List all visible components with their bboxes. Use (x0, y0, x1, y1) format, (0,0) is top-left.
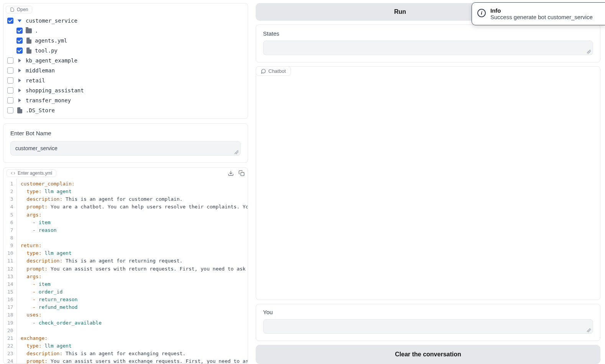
tree-checkbox[interactable] (7, 97, 13, 103)
tree-checkbox[interactable] (16, 48, 23, 54)
code-editor[interactable]: 1234567891011121314151617181920212223242… (3, 179, 248, 364)
download-icon[interactable] (228, 170, 234, 176)
tree-row[interactable]: tool.py (7, 46, 245, 56)
chevron-right-icon[interactable] (18, 98, 21, 102)
chatbot-tab-label: Chatbot (268, 68, 286, 74)
toast-message: Success generate bot customer_service (490, 14, 593, 20)
file-tree: customer_service.agents.ymltool.pykb_age… (3, 16, 248, 118)
tree-item-label: . (35, 28, 38, 34)
tree-item-label: tool.py (35, 48, 58, 54)
tree-row[interactable]: shopping_assistant (7, 85, 245, 95)
tree-icon-slot[interactable] (16, 107, 23, 113)
copy-icon[interactable] (238, 170, 245, 176)
tree-checkbox[interactable] (7, 107, 13, 113)
chatbot-panel: Chatbot (256, 66, 600, 300)
you-label: You (263, 309, 593, 315)
tree-toggle[interactable] (16, 20, 23, 22)
file-panel-tab-label: Open (17, 7, 28, 12)
tree-checkbox[interactable] (7, 77, 13, 84)
info-toast: i Info Success generate bot customer_ser… (472, 2, 605, 25)
clear-conversation-button[interactable]: Clear the conversation (256, 345, 600, 364)
bot-name-input[interactable]: customer_service (10, 141, 241, 156)
tree-checkbox[interactable] (16, 38, 23, 44)
tree-toggle[interactable] (16, 79, 23, 82)
file-panel-tab[interactable]: Open (6, 6, 32, 13)
tree-row[interactable]: customer_service (7, 16, 245, 26)
tree-item-label: middleman (26, 67, 55, 74)
tree-row[interactable]: transfer_money (7, 95, 245, 105)
tree-row[interactable]: retail (7, 75, 245, 85)
bot-name-label: Enter Bot Name (10, 130, 241, 136)
tree-checkbox[interactable] (7, 57, 13, 64)
message-input[interactable] (263, 319, 593, 334)
states-panel: States (256, 25, 600, 62)
chat-icon (261, 69, 266, 74)
folder-icon (26, 28, 32, 33)
tree-icon-slot[interactable] (26, 28, 32, 33)
chatbot-tab[interactable]: Chatbot (256, 66, 291, 76)
chevron-right-icon[interactable] (18, 59, 21, 62)
tree-checkbox[interactable] (7, 87, 13, 93)
file-icon (10, 7, 15, 12)
code-icon (11, 171, 15, 175)
bot-name-panel: Enter Bot Name customer_service (3, 123, 248, 163)
tree-item-label: customer_service (26, 18, 77, 24)
tree-item-label: shopping_assistant (26, 87, 84, 93)
file-icon (26, 48, 31, 54)
code-editor-panel: Enter agents.yml 12345678910111213141516… (3, 167, 248, 364)
chevron-right-icon[interactable] (18, 79, 21, 82)
states-label: States (263, 30, 593, 37)
file-explorer-panel: Open customer_service.agents.ymltool.pyk… (3, 3, 248, 119)
chevron-right-icon[interactable] (18, 69, 21, 72)
tree-icon-slot[interactable] (26, 38, 32, 44)
tree-checkbox[interactable] (7, 67, 13, 74)
tree-item-label: transfer_money (26, 97, 71, 103)
tree-row[interactable]: kb_agent_example (7, 56, 245, 66)
chevron-down-icon[interactable] (18, 20, 21, 22)
tree-item-label: .DS_Store (26, 107, 55, 113)
tree-toggle[interactable] (16, 69, 23, 72)
code-tab[interactable]: Enter agents.yml (7, 169, 56, 177)
tree-row[interactable]: agents.yml (7, 36, 245, 46)
tree-item-label: kb_agent_example (26, 57, 77, 64)
tree-row[interactable]: . (7, 26, 245, 36)
chevron-right-icon[interactable] (18, 89, 21, 92)
tree-item-label: retail (26, 77, 45, 84)
tree-toggle[interactable] (16, 98, 23, 102)
toast-title: Info (490, 7, 593, 14)
code-content[interactable]: customer_complain: type: llm agent descr… (17, 179, 248, 364)
tree-icon-slot[interactable] (26, 48, 32, 54)
svg-rect-1 (241, 172, 244, 176)
tree-checkbox[interactable] (7, 18, 13, 24)
code-tab-label: Enter agents.yml (18, 171, 52, 176)
file-icon (17, 107, 22, 113)
tree-row[interactable]: .DS_Store (7, 105, 245, 115)
tree-item-label: agents.yml (35, 38, 67, 44)
tree-row[interactable]: middleman (7, 66, 245, 75)
file-icon (26, 38, 31, 44)
tree-toggle[interactable] (16, 59, 23, 62)
you-panel: You (256, 304, 600, 341)
tree-toggle[interactable] (16, 89, 23, 92)
states-input[interactable] (263, 41, 593, 55)
info-icon: i (477, 9, 486, 17)
tree-checkbox[interactable] (16, 28, 23, 34)
line-number-gutter: 1234567891011121314151617181920212223242… (3, 179, 17, 364)
